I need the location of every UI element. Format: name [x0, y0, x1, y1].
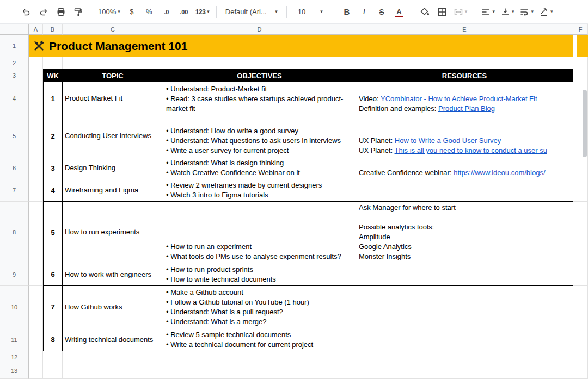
resource-link[interactable]: Product Plan Blog — [438, 104, 495, 113]
borders-button[interactable] — [434, 4, 450, 20]
objectives-cell[interactable]: • How to run product sprints• How to wri… — [163, 263, 356, 286]
column-header-d[interactable]: D — [163, 24, 356, 35]
topic-cell[interactable]: How Github works — [63, 286, 163, 328]
resources-cell[interactable]: Ask Manager for where to startPossible a… — [356, 202, 573, 263]
font-family-select[interactable]: Default (Ari...▾ — [221, 4, 282, 20]
cell-d2[interactable] — [163, 57, 356, 69]
topic-cell[interactable]: Conducting User Interviews — [63, 115, 163, 157]
column-header-a[interactable]: A — [29, 24, 43, 35]
week-number-cell[interactable]: 6 — [43, 263, 63, 286]
week-number-cell[interactable]: 3 — [43, 157, 63, 179]
zoom-select[interactable]: 100%▾ — [96, 4, 122, 20]
resources-cell[interactable]: Creative Confidence webinar: https://www… — [356, 157, 573, 179]
objectives-cell[interactable]: • Understand: How do write a good survey… — [163, 115, 356, 157]
merge-cells-button[interactable]: ▾ — [451, 4, 470, 20]
row-header-6[interactable]: 6 — [0, 157, 29, 179]
format-as-percent-button[interactable]: % — [141, 4, 157, 20]
fill-color-button[interactable] — [416, 4, 433, 20]
row-header-2[interactable]: 2 — [0, 57, 29, 69]
objectives-cell[interactable]: • Understand: Product-Market fit• Read: … — [163, 82, 356, 115]
resources-cell[interactable]: Video: YCombinator - How to Achieve Prod… — [356, 82, 573, 115]
cell-f13[interactable] — [573, 363, 588, 379]
cell-a7[interactable] — [29, 179, 43, 202]
row-header-5[interactable]: 5 — [0, 115, 29, 157]
objectives-cell[interactable]: • Understand: What is design thinking• W… — [163, 157, 356, 179]
cell-a13[interactable] — [29, 363, 43, 379]
resources-cell[interactable] — [356, 263, 573, 286]
row-header-3[interactable]: 3 — [0, 69, 29, 82]
cell-d13[interactable] — [163, 363, 356, 379]
objectives-cell[interactable]: • Review 2 wireframes made by current de… — [163, 179, 356, 202]
font-size-select[interactable]: 10▾ — [291, 4, 329, 20]
row-header-4[interactable]: 4 — [0, 82, 29, 115]
resource-link[interactable]: https://www.ideou.com/blogs/ — [454, 169, 545, 177]
vertical-align-button[interactable]: ▾ — [498, 4, 517, 20]
print-button[interactable] — [53, 4, 69, 20]
text-color-button[interactable]: A — [391, 4, 407, 20]
strikethrough-button[interactable]: S — [373, 4, 390, 20]
column-header-c[interactable]: C — [63, 24, 163, 35]
resource-link[interactable]: YCombinator - How to Achieve Product-Mar… — [381, 95, 537, 103]
topic-cell[interactable]: Writing technical documents — [63, 328, 163, 351]
column-header-b[interactable]: B — [43, 24, 63, 35]
cell-b12[interactable] — [43, 351, 63, 363]
cell-c2[interactable] — [63, 57, 163, 69]
cell-c13[interactable] — [63, 363, 163, 379]
more-formats-button[interactable]: 123▾ — [193, 4, 212, 20]
row-header-13[interactable]: 13 — [0, 363, 29, 379]
cell-f8[interactable] — [573, 202, 588, 263]
cell-a9[interactable] — [29, 263, 43, 286]
objectives-cell[interactable]: • Make a Github account• Follow a Github… — [163, 286, 356, 328]
row-header-9[interactable]: 9 — [0, 263, 29, 286]
row-header-7[interactable]: 7 — [0, 179, 29, 202]
decrease-decimal-places-button[interactable]: .0 — [158, 4, 175, 20]
text-wrap-button[interactable]: ▾ — [517, 4, 536, 20]
horizontal-align-button[interactable]: ▾ — [479, 4, 497, 20]
cell-e13[interactable] — [356, 363, 573, 379]
cell-d12[interactable] — [163, 351, 356, 363]
objectives-cell[interactable]: • Review 5 sample technical documents• W… — [163, 328, 356, 351]
format-as-currency-button[interactable]: $ — [124, 4, 140, 20]
undo-button[interactable] — [18, 4, 34, 20]
topic-cell[interactable]: How to run experiments — [63, 202, 163, 263]
cell-b2[interactable] — [43, 57, 63, 69]
row-header-11[interactable]: 11 — [0, 328, 29, 351]
objectives-cell[interactable]: • How to run an experiment• What tools d… — [163, 202, 356, 263]
cell-f2[interactable] — [573, 57, 588, 69]
column-header-e[interactable]: E — [356, 24, 573, 35]
week-number-cell[interactable]: 8 — [43, 328, 63, 351]
cell-a4[interactable] — [29, 82, 43, 115]
resource-link[interactable]: How to Write a Good User Survey — [395, 136, 501, 145]
column-header-f[interactable]: F — [573, 24, 588, 35]
week-number-cell[interactable]: 1 — [43, 82, 63, 115]
topic-cell[interactable]: Design Thinking — [63, 157, 163, 179]
resources-cell[interactable] — [356, 286, 573, 328]
redo-button[interactable] — [35, 4, 52, 20]
row-header-10[interactable]: 10 — [0, 286, 29, 328]
cell-b13[interactable] — [43, 363, 63, 379]
resources-cell[interactable] — [356, 179, 573, 202]
select-all-corner[interactable] — [0, 24, 29, 35]
cell-a2[interactable] — [29, 57, 43, 69]
row-header-1[interactable]: 1 — [0, 35, 29, 57]
week-number-cell[interactable]: 2 — [43, 115, 63, 157]
week-number-cell[interactable]: 7 — [43, 286, 63, 328]
cell-c12[interactable] — [63, 351, 163, 363]
topic-cell[interactable]: Wireframing and Figma — [63, 179, 163, 202]
cell-a10[interactable] — [29, 286, 43, 328]
cell-a3[interactable] — [29, 69, 43, 82]
cell-f10[interactable] — [573, 286, 588, 328]
topic-cell[interactable]: How to work with engineers — [63, 263, 163, 286]
resources-cell[interactable] — [356, 328, 573, 351]
bold-button[interactable]: B — [339, 4, 355, 20]
row-header-8[interactable]: 8 — [0, 202, 29, 263]
cell-f6[interactable] — [573, 157, 588, 179]
vertical-scrollbar-thumb[interactable] — [583, 90, 587, 157]
week-number-cell[interactable]: 4 — [43, 179, 63, 202]
cell-e2[interactable] — [356, 57, 573, 69]
topic-cell[interactable]: Product Market Fit — [63, 82, 163, 115]
week-number-cell[interactable]: 5 — [43, 202, 63, 263]
increase-decimal-places-button[interactable]: .00 — [176, 4, 192, 20]
text-rotation-button[interactable]: ▾ — [537, 4, 555, 20]
cell-f12[interactable] — [573, 351, 588, 363]
